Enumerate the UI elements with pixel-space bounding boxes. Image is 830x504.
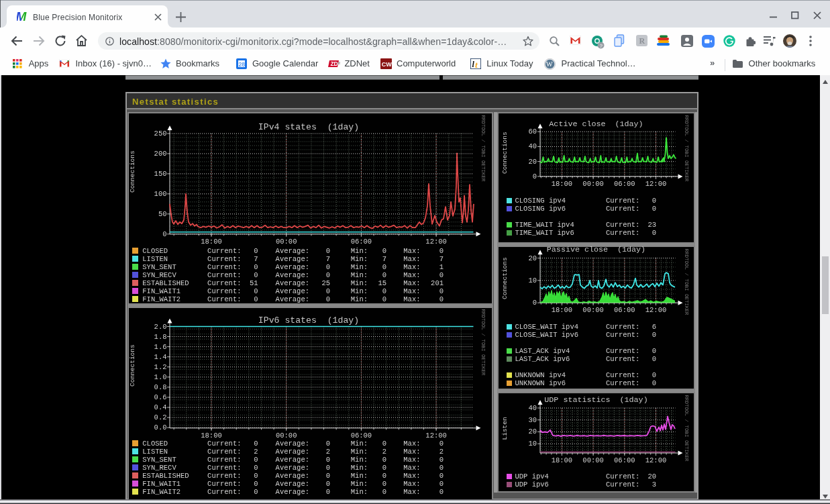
- svg-text:R: R: [639, 36, 645, 46]
- svg-text:M: M: [17, 11, 28, 23]
- svg-text:CW: CW: [382, 61, 392, 68]
- svg-text:t: t: [475, 60, 478, 70]
- svg-text:28: 28: [238, 61, 245, 68]
- svg-text:W: W: [546, 60, 552, 68]
- svg-text:?: ?: [600, 43, 603, 49]
- svg-text:ZD: ZD: [330, 60, 338, 67]
